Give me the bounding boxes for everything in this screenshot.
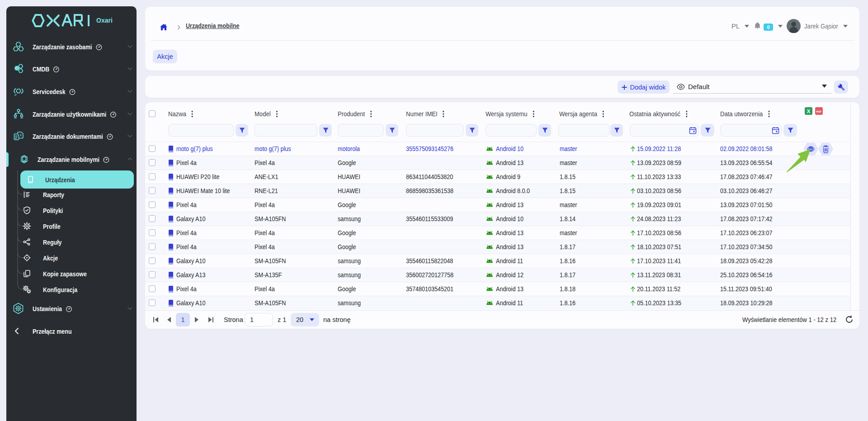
svg-text:X: X bbox=[807, 109, 811, 114]
svg-text:PDF: PDF bbox=[816, 110, 822, 113]
